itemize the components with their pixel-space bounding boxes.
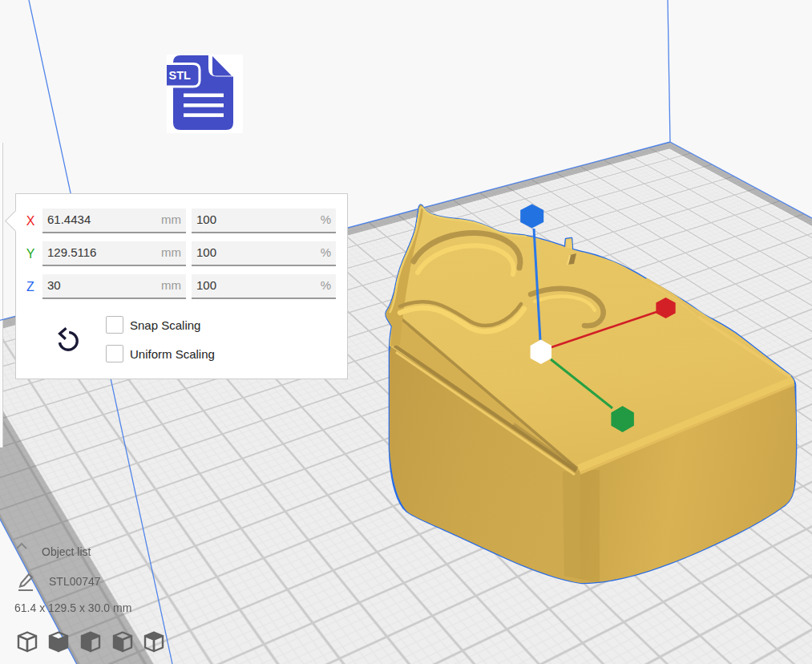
svg-text:STL: STL bbox=[169, 69, 192, 82]
